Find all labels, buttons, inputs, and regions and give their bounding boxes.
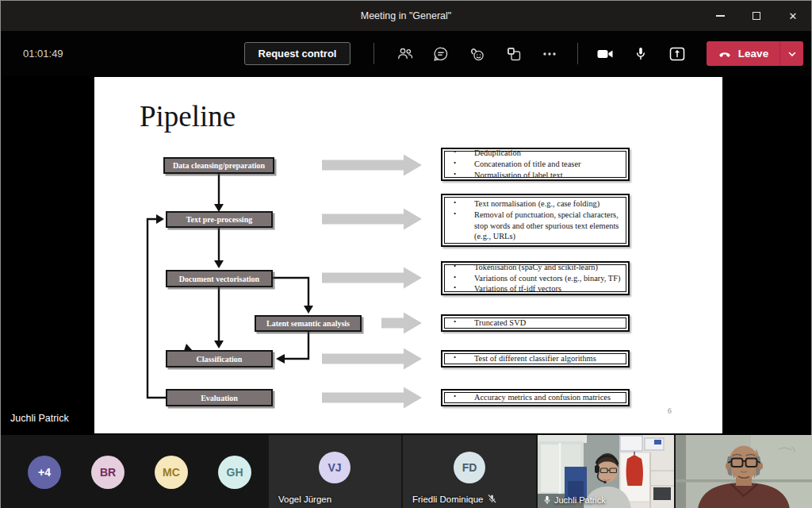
close-icon: ✕ [789,10,798,22]
avatar-initials: GH [227,466,243,479]
bullet-item: Accuracy metrics and confusion matrices [446,392,623,403]
avatar-fd: FD [454,452,485,483]
detail-box-classification: Test of different classifier algorithms [441,350,630,368]
leave-label: Leave [738,48,768,60]
mic-icon [543,495,551,505]
avatar-br[interactable]: BR [91,456,124,489]
bullet-item: Deduplication [446,148,623,159]
avatar-mc[interactable]: MC [155,456,188,489]
detail-box-lsa: Truncated SVD [441,314,630,332]
detail-box-data-cleansing: Deduplication Concatenation of title and… [441,148,630,181]
overflow-count: +4 [38,466,51,479]
participants-strip: +4 BR MC GH VJ Vogel Jürgen FD Friedli D… [1,435,811,508]
bullet-item: Variations of count vectors (e.g., binar… [446,273,623,284]
leave-button-main[interactable]: Leave [707,41,779,66]
flow-node-latent-semantic-analysis: Latent semantic analysis [255,315,362,332]
maximize-button[interactable] [738,1,775,31]
camera-icon [596,44,615,64]
maximize-icon [753,12,760,20]
teams-meeting-window: Meeting in "General" ✕ 01:01:49 Request … [0,0,812,508]
reactions-icon [469,45,486,63]
reactions-button[interactable] [465,41,490,67]
bullet-item: Text normalisation (e.g., case folding) [446,198,623,210]
slide-page-number: 6 [668,407,672,415]
chevron-down-icon [787,48,798,60]
participants-button[interactable] [393,41,418,67]
chat-button[interactable] [428,41,454,67]
title-bar: Meeting in "General" ✕ [1,1,811,31]
meeting-timer: 01:01:49 [23,31,63,76]
toolbar-divider [577,43,578,64]
screen-share-stage: Juchli Patrick Pipeline [1,76,811,435]
microphone-icon [632,45,649,63]
video-feed-speaker [676,435,812,508]
share-tray-button[interactable] [665,41,690,67]
detail-box-evaluation: Accuracy metrics and confusion matrices [441,389,630,406]
overflow-participants-badge[interactable]: +4 [28,456,61,489]
avatar-initials: MC [163,466,180,479]
bullet-item: Variations of tf-idf vectors [446,283,623,294]
participants-icon [396,45,414,63]
detail-box-vectorisation: Tokenisation (spaCy and scikit-learn) Va… [441,261,630,295]
breakout-rooms-button[interactable] [501,41,527,67]
more-icon [541,45,558,63]
minimize-icon [716,15,725,16]
breakout-rooms-icon [505,45,523,63]
flow-node-text-preprocessing: Text pre-processing [166,211,273,228]
flow-node-classification: Classification [166,350,273,368]
close-button[interactable]: ✕ [775,1,811,31]
flowchart-connectors [94,77,722,433]
avatar-initials: BR [100,466,116,479]
participant-tile-friedli-dominique[interactable]: FD Friedli Dominique [403,435,536,508]
flow-node-document-vectorisation: Document vectorisation [166,270,273,287]
bullet-item: Normalisation of label text [446,170,623,181]
mic-off-icon [487,494,497,504]
window-title: Meeting in "General" [1,1,811,31]
leave-button[interactable]: Leave [707,41,803,66]
request-control-button[interactable]: Request control [244,42,350,65]
video-participant-name: Juchli Patrick [554,495,606,505]
presenter-name-label: Juchli Patrick [10,413,69,424]
share-tray-icon [668,44,687,64]
avatar-initials: VJ [327,461,341,474]
flow-node-data-cleansing: Data cleansing/preparation [163,157,274,174]
participant-name: Friedli Dominique [412,495,483,504]
participant-name: Vogel Jürgen [278,495,331,504]
chat-icon [432,45,450,63]
microphone-button[interactable] [628,41,653,67]
toolbar-divider [373,43,374,64]
more-options-button[interactable] [537,41,562,67]
video-tile-speaker[interactable] [676,435,812,508]
shared-slide: Pipeline [94,77,722,433]
avatar-vj: VJ [319,452,350,483]
bullet-item: Removal of punctuation, special characte… [446,210,623,242]
minimize-button[interactable] [702,1,738,31]
avatar-gh[interactable]: GH [218,456,251,489]
camera-button[interactable] [592,41,618,67]
bullet-item: Concatenation of title and teaser [446,159,623,170]
hangup-icon [718,48,732,60]
meeting-toolbar: 01:01:49 Request control [1,31,811,76]
participant-tile-vogel-jurgen[interactable]: VJ Vogel Jürgen [269,435,401,508]
bullet-item: Test of different classifier algorithms [446,353,623,364]
bullet-item: Truncated SVD [446,318,623,329]
bullet-item: Tokenisation (spaCy and scikit-learn) [446,262,623,273]
detail-box-text-preprocessing: Text normalisation (e.g., case folding) … [441,194,630,247]
flow-node-evaluation: Evaluation [166,389,273,406]
video-tile-juchli-patrick[interactable]: Juchli Patrick [538,435,674,508]
leave-options-button[interactable] [780,41,803,66]
avatar-initials: FD [462,461,477,474]
